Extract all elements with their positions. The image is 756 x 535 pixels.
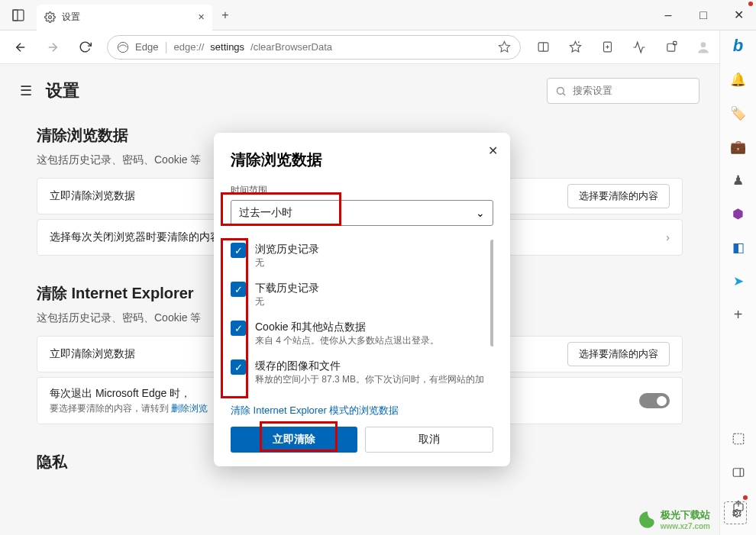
browser-toolbar: Edge | edge://settings/clearBrowserData — [0, 31, 756, 64]
clear-options-list: ✓ 浏览历史记录无 ✓ 下载历史记录无 ✓ Cookie 和其他站点数据来自 4… — [231, 237, 493, 392]
clear-now-button[interactable]: 立即清除 — [231, 427, 357, 453]
clear-data-modal: ✕ 清除浏览数据 时间范围 过去一小时 ⌄ ✓ 浏览历史记录无 ✓ 下载历史记录… — [214, 133, 510, 466]
svg-rect-20 — [733, 469, 744, 477]
svg-point-2 — [49, 16, 52, 19]
toggle-sidebar-icon[interactable] — [726, 460, 751, 485]
edge-label: Edge — [135, 41, 158, 53]
collections-icon[interactable] — [593, 34, 622, 60]
extensions-icon[interactable] — [657, 34, 686, 60]
maximize-button[interactable]: □ — [686, 0, 721, 31]
settings-page: ☰ 设置 搜索设置 清除浏览数据 这包括历史记录、密码、Cookie 等 立即清… — [0, 64, 719, 535]
games-icon[interactable]: ♟ — [726, 168, 751, 192]
profile-icon[interactable] — [689, 34, 718, 60]
refresh-button[interactable] — [70, 34, 99, 60]
minimize-button[interactable]: – — [651, 0, 686, 31]
time-range-label: 时间范围 — [231, 184, 493, 197]
svg-marker-4 — [499, 41, 509, 51]
list-item[interactable]: ✓ 下载历史记录无 — [231, 276, 493, 314]
svg-rect-1 — [13, 10, 18, 21]
bing-icon[interactable]: b — [726, 34, 751, 58]
modal-backdrop: ✕ 清除浏览数据 时间范围 过去一小时 ⌄ ✓ 浏览历史记录无 ✓ 下载历史记录… — [0, 64, 719, 535]
svg-rect-19 — [733, 433, 744, 444]
cancel-button[interactable]: 取消 — [365, 427, 493, 453]
checkbox-icon[interactable]: ✓ — [231, 321, 246, 336]
screenshot-icon[interactable] — [726, 427, 751, 451]
add-sidebar-icon[interactable]: + — [726, 302, 751, 327]
tabs-button[interactable] — [0, 9, 37, 21]
outlook-icon[interactable]: ◧ — [726, 235, 751, 259]
checkbox-icon[interactable]: ✓ — [231, 282, 246, 297]
shopping-tag-icon[interactable]: 🏷️ — [726, 101, 751, 125]
forward-button[interactable] — [38, 34, 67, 60]
favorite-star-icon[interactable] — [498, 40, 511, 53]
scrollbar[interactable] — [490, 240, 493, 346]
svg-point-25 — [734, 511, 737, 514]
gear-icon — [44, 11, 56, 23]
performance-icon[interactable] — [625, 34, 654, 60]
close-tab-icon[interactable]: ✕ — [198, 12, 205, 22]
clear-ie-link[interactable]: 清除 Internet Explorer 模式的浏览数据 — [231, 404, 399, 417]
list-item[interactable]: ✓ 浏览历史记录无 — [231, 237, 493, 276]
edge-logo-icon — [117, 41, 129, 53]
modal-close-icon[interactable]: ✕ — [488, 143, 498, 158]
checkbox-icon[interactable]: ✓ — [231, 243, 246, 258]
back-button[interactable] — [6, 34, 35, 60]
chevron-down-icon: ⌄ — [476, 207, 485, 219]
split-screen-icon[interactable] — [528, 34, 557, 60]
office-icon[interactable]: ⬢ — [726, 201, 751, 226]
time-range-select[interactable]: 过去一小时 ⌄ — [231, 200, 493, 226]
notification-icon[interactable]: 🔔 — [726, 67, 751, 92]
title-bar: 设置 ✕ + – □ ✕ — [0, 0, 756, 31]
settings-gear-icon[interactable] — [724, 501, 747, 524]
send-icon[interactable]: ➤ — [726, 269, 751, 293]
list-item[interactable]: ✓ 缓存的图像和文件释放的空间小于 87.3 MB。你下次访问时，有些网站的加 — [231, 353, 493, 392]
browser-tab[interactable]: 设置 ✕ — [37, 5, 212, 31]
modal-title: 清除浏览数据 — [231, 150, 493, 170]
checkbox-icon[interactable]: ✓ — [231, 359, 246, 375]
tab-title: 设置 — [62, 11, 192, 24]
svg-marker-7 — [570, 41, 580, 51]
url-scheme: edge:// — [174, 41, 205, 53]
favorites-icon[interactable] — [561, 34, 590, 60]
tools-briefcase-icon[interactable]: 💼 — [726, 134, 751, 159]
new-tab-button[interactable]: + — [212, 2, 238, 28]
url-host: settings — [210, 41, 244, 53]
svg-rect-0 — [13, 10, 24, 21]
svg-point-3 — [118, 42, 128, 52]
list-item[interactable]: ✓ Cookie 和其他站点数据来自 4 个站点。使你从大多数站点退出登录。 — [231, 314, 493, 353]
address-bar[interactable]: Edge | edge://settings/clearBrowserData — [107, 35, 521, 60]
edge-sidebar: b 🔔 🏷️ 💼 ♟ ⬢ ◧ ➤ + — [719, 31, 756, 535]
watermark: 极光下载站 www.xz7.com — [638, 508, 710, 530]
url-path: /clearBrowserData — [250, 41, 332, 53]
svg-point-15 — [701, 42, 706, 47]
